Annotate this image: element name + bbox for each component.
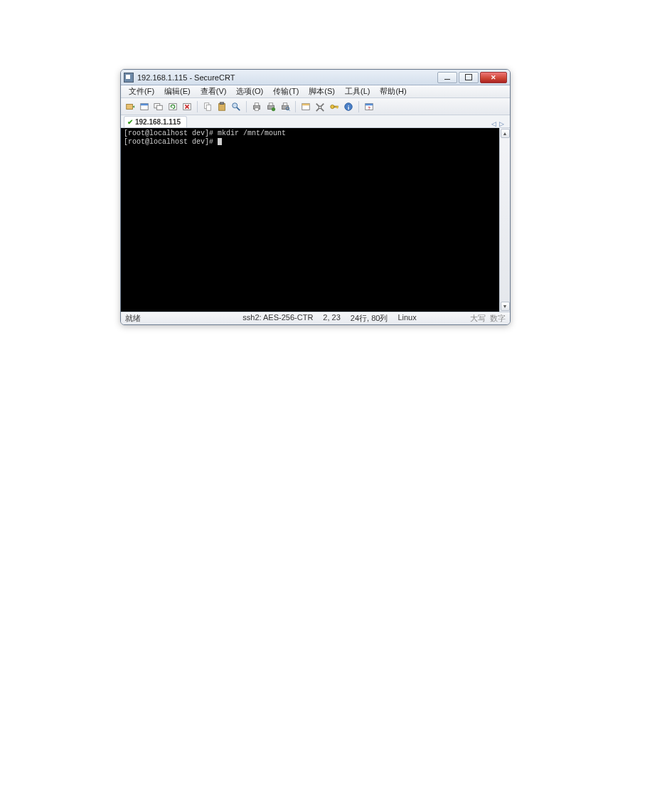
svg-rect-2 — [141, 103, 149, 105]
close-button[interactable] — [480, 72, 507, 83]
status-capslock: 大写 — [470, 313, 486, 324]
svg-rect-0 — [127, 104, 133, 109]
svg-rect-12 — [220, 102, 223, 104]
key-icon[interactable] — [328, 100, 341, 113]
toolbar-separator — [246, 101, 247, 112]
app-icon — [124, 73, 134, 83]
copy-icon[interactable] — [201, 100, 214, 113]
svg-line-14 — [237, 107, 240, 110]
scroll-up-icon[interactable]: ▲ — [501, 129, 510, 138]
new-session-icon[interactable] — [138, 100, 151, 113]
session-manager-icon[interactable] — [152, 100, 165, 113]
reconnect-icon[interactable] — [166, 100, 179, 113]
info-icon[interactable]: i — [342, 100, 355, 113]
toolbar-separator — [358, 101, 359, 112]
svg-rect-22 — [283, 102, 287, 105]
menu-tools[interactable]: 工具(L) — [341, 85, 374, 97]
connected-check-icon: ✔ — [127, 118, 133, 126]
tabbar: ✔ 192.168.1.115 ◁ ▷ — [121, 115, 510, 128]
vertical-scrollbar[interactable]: ▲ ▼ — [499, 128, 510, 312]
cursor-icon — [218, 138, 222, 145]
svg-rect-11 — [219, 103, 225, 110]
status-ready: 就绪 — [125, 313, 189, 324]
terminal-command: mkdir /mnt/mount — [218, 129, 286, 137]
menu-edit[interactable]: 编辑(E) — [160, 85, 195, 97]
menu-file[interactable]: 文件(F) — [124, 85, 159, 97]
window-controls — [437, 72, 507, 83]
terminal[interactable]: [root@localhost dev]# mkdir /mnt/mount [… — [121, 128, 499, 312]
settings-icon[interactable] — [314, 100, 326, 113]
svg-rect-10 — [206, 105, 210, 110]
status-terminal-size: 24行, 80列 — [351, 313, 388, 324]
menu-script[interactable]: 脚本(S) — [304, 85, 339, 97]
status-connection: ssh2: AES-256-CTR — [242, 313, 313, 324]
svg-text:?: ? — [368, 105, 370, 110]
svg-point-20 — [272, 107, 275, 110]
toolbar: i ? — [121, 98, 510, 115]
print-icon[interactable] — [250, 100, 263, 113]
terminal-prompt: [root@localhost dev]# — [124, 138, 218, 146]
toolbar-separator — [197, 101, 198, 112]
svg-rect-4 — [156, 105, 162, 110]
status-cursor-position: 2, 23 — [323, 313, 340, 324]
print-preview-icon[interactable] — [279, 100, 292, 113]
terminal-container: [root@localhost dev]# mkdir /mnt/mount [… — [121, 128, 510, 312]
svg-rect-26 — [302, 103, 310, 105]
menu-view[interactable]: 查看(V) — [196, 85, 231, 97]
status-terminal-type: Linux — [398, 313, 416, 324]
session-tab[interactable]: ✔ 192.168.1.115 — [124, 116, 187, 127]
securecrt-window: 192.168.1.115 - SecureCRT 文件(F) 编辑(E) 查看… — [120, 69, 511, 325]
scroll-track[interactable] — [501, 138, 510, 302]
disconnect-icon[interactable] — [181, 100, 193, 113]
toolbar-separator — [295, 101, 296, 112]
new-window-icon[interactable] — [299, 100, 312, 113]
tab-scroll-right-icon[interactable]: ▷ — [499, 120, 504, 127]
session-tab-label: 192.168.1.115 — [135, 118, 181, 126]
svg-point-29 — [319, 106, 321, 109]
scroll-down-icon[interactable]: ▼ — [501, 302, 510, 311]
quick-connect-icon[interactable] — [124, 100, 137, 113]
menubar: 文件(F) 编辑(E) 查看(V) 选项(O) 传输(T) 脚本(S) 工具(L… — [121, 85, 510, 98]
svg-rect-17 — [255, 107, 258, 110]
svg-point-13 — [233, 102, 238, 107]
svg-rect-19 — [269, 102, 272, 105]
find-icon[interactable] — [230, 100, 242, 113]
menu-options[interactable]: 选项(O) — [232, 85, 267, 97]
menu-help[interactable]: 帮助(H) — [375, 85, 410, 97]
minimize-button[interactable] — [437, 72, 457, 83]
titlebar[interactable]: 192.168.1.115 - SecureCRT — [121, 70, 510, 85]
maximize-button[interactable] — [459, 72, 479, 83]
svg-rect-16 — [255, 102, 258, 105]
statusbar: 就绪 ssh2: AES-256-CTR 2, 23 24行, 80列 Linu… — [121, 312, 510, 324]
svg-point-30 — [331, 105, 334, 108]
menu-transfer[interactable]: 传输(T) — [269, 85, 303, 97]
window-title: 192.168.1.115 - SecureCRT — [137, 73, 437, 82]
svg-rect-32 — [337, 106, 338, 109]
status-numlock: 数字 — [490, 313, 506, 324]
tab-nav: ◁ ▷ — [491, 120, 507, 127]
terminal-prompt: [root@localhost dev]# — [124, 129, 218, 137]
help-icon[interactable]: ? — [363, 100, 375, 113]
print-setup-icon[interactable] — [265, 100, 277, 113]
svg-line-24 — [289, 110, 289, 110]
paste-icon[interactable] — [215, 100, 228, 113]
tab-scroll-left-icon[interactable]: ◁ — [491, 120, 496, 127]
